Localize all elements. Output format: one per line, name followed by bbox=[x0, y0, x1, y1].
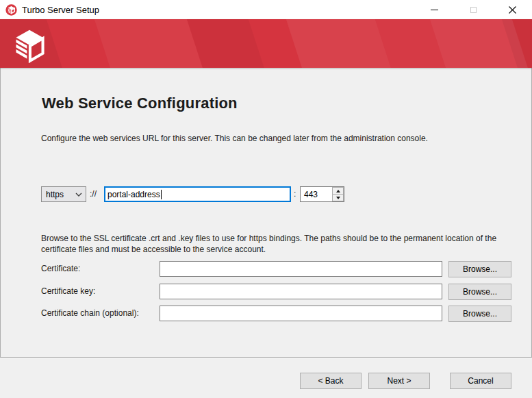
certificate-key-browse-button[interactable]: Browse... bbox=[448, 284, 511, 300]
certificate-chain-browse-button[interactable]: Browse... bbox=[448, 306, 511, 322]
close-button[interactable] bbox=[493, 0, 532, 19]
minimize-icon bbox=[431, 10, 438, 10]
port-value: 443 bbox=[301, 187, 332, 201]
url-scheme-separator: :// bbox=[90, 186, 97, 202]
port-spinner bbox=[332, 187, 344, 201]
text-caret bbox=[161, 190, 162, 199]
port-increment-button[interactable] bbox=[332, 187, 344, 194]
port-decrement-button[interactable] bbox=[332, 194, 344, 201]
minimize-button[interactable] bbox=[415, 0, 454, 19]
header-banner bbox=[0, 19, 532, 68]
intro-text: Configure the web services URL for this … bbox=[41, 134, 428, 143]
certificate-key-input[interactable] bbox=[160, 284, 442, 299]
close-icon bbox=[509, 6, 516, 14]
port-separator: : bbox=[294, 186, 296, 202]
chevron-down-icon bbox=[75, 192, 82, 197]
page-title: Web Service Configuration bbox=[42, 95, 238, 112]
turbo-server-setup-window: Turbo Server Setup bbox=[0, 0, 532, 398]
spinner-up-icon bbox=[336, 190, 340, 192]
maximize-icon bbox=[470, 7, 477, 13]
turbo-cube-logo-icon bbox=[14, 29, 45, 63]
turbo-app-icon bbox=[5, 4, 17, 16]
footer: < Back Next > Cancel bbox=[0, 357, 532, 398]
window-title: Turbo Server Setup bbox=[22, 5, 99, 15]
certificate-input[interactable] bbox=[160, 261, 442, 277]
cancel-button[interactable]: Cancel bbox=[450, 373, 511, 389]
address-input[interactable]: portal-address bbox=[104, 186, 291, 202]
maximize-button bbox=[454, 0, 493, 19]
back-button[interactable]: < Back bbox=[300, 373, 362, 389]
window-controls bbox=[415, 0, 532, 19]
next-button[interactable]: Next > bbox=[368, 373, 430, 389]
certificate-chain-label: Certificate chain (optional): bbox=[41, 306, 139, 321]
certificate-chain-input[interactable] bbox=[160, 306, 442, 321]
banner-stripe bbox=[285, 19, 393, 68]
address-value: portal-address bbox=[107, 190, 160, 199]
certificate-label: Certificate: bbox=[41, 261, 80, 277]
certificate-key-label: Certificate key: bbox=[41, 284, 95, 299]
spinner-down-icon bbox=[336, 197, 340, 199]
ssl-note: Browse to the SSL certificate .crt and .… bbox=[41, 233, 497, 255]
scheme-select[interactable]: https bbox=[41, 186, 86, 202]
scheme-value: https bbox=[46, 190, 64, 199]
certificate-browse-button[interactable]: Browse... bbox=[448, 261, 511, 277]
titlebar: Turbo Server Setup bbox=[0, 0, 532, 19]
banner-stripe bbox=[93, 19, 205, 68]
port-input[interactable]: 443 bbox=[300, 186, 344, 202]
